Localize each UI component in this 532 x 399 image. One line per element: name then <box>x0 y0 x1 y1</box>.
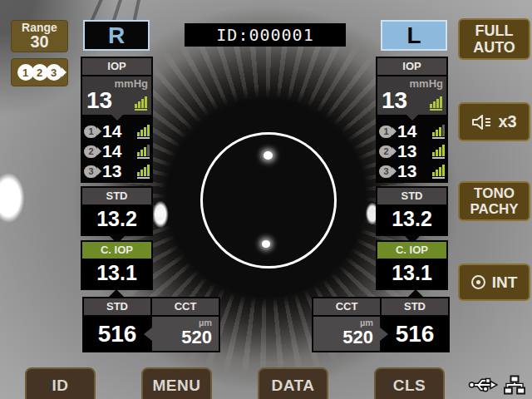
signal-bars-icon <box>137 145 150 159</box>
reading-2-badge: 2 <box>84 145 98 158</box>
iop-reading-row: 2 14 <box>82 141 151 161</box>
target-icon <box>471 275 485 289</box>
iop-reading-row: 3 13 <box>82 161 151 181</box>
cct-std-header: STD <box>382 298 448 315</box>
int-label: INT <box>492 273 518 292</box>
reading-2-badge: 2 <box>379 145 393 158</box>
iop-reading-row: 1 14 <box>82 121 151 141</box>
patient-id-display: ID:000001 <box>185 23 346 47</box>
cct-value-cell: µm 520 <box>152 317 219 351</box>
signal-bars-icon <box>430 96 442 111</box>
ciop-header: C. IOP <box>377 242 446 259</box>
iop-average-value: 13 <box>86 90 112 111</box>
full-auto-button[interactable]: FULL AUTO <box>458 18 530 60</box>
reading-2-value: 14 <box>102 142 137 160</box>
right-eye-ciop-block: C. IOP 13.1 <box>81 240 153 290</box>
full-auto-line2: AUTO <box>473 39 515 56</box>
iop-reading-row: 1 14 <box>377 121 446 141</box>
cct-header: CCT <box>313 298 380 315</box>
left-eye-button[interactable]: L <box>381 20 447 51</box>
iop-header: IOP <box>82 58 151 75</box>
cct-std-header: STD <box>84 298 150 315</box>
signal-bars-icon <box>135 96 147 111</box>
beep-multiplier-label: x3 <box>498 112 516 131</box>
range-value: 30 <box>30 33 48 51</box>
reading-1-value: 14 <box>102 122 137 140</box>
cls-button[interactable]: CLS <box>374 367 445 399</box>
range-button[interactable]: Range 30 <box>11 20 68 52</box>
cct-std-value: 516 <box>84 317 150 351</box>
ciop-value: 13.1 <box>377 259 446 288</box>
measurement-count-button[interactable]: 1 2 3 <box>11 58 68 86</box>
reading-1-badge: 1 <box>379 126 393 138</box>
ciop-header: C. IOP <box>82 242 151 259</box>
lan-icon <box>504 375 525 395</box>
tono-pachy-mode-button[interactable]: TONO PACHY <box>458 181 530 221</box>
cct-header: CCT <box>152 298 219 315</box>
right-eye-cct-panel: STD CCT 516 µm 520 <box>82 297 220 352</box>
id-button[interactable]: ID <box>25 367 96 399</box>
iop-average-readout: mmHg 13 <box>82 76 151 115</box>
data-button[interactable]: DATA <box>258 367 328 399</box>
left-eye-cct-panel: CCT STD µm 520 516 <box>312 297 450 352</box>
int-button[interactable]: INT <box>458 264 530 301</box>
left-eye-iop-panel: IOP mmHg 13 1 14 2 13 3 13 <box>376 57 448 183</box>
range-label: Range <box>22 22 57 34</box>
cct-std-value: 516 <box>382 317 448 351</box>
cct-value: 520 <box>181 327 212 347</box>
reading-3-value: 13 <box>102 162 137 180</box>
signal-bars-icon <box>137 125 150 139</box>
signal-bars-icon <box>432 145 445 159</box>
tonometer-screen: Range 30 1 2 3 R ID:000001 L FULL AUTO x… <box>0 0 532 399</box>
left-eye-ciop-block: C. IOP 13.1 <box>376 240 448 290</box>
speaker-icon <box>471 113 493 131</box>
ciop-value: 13.1 <box>82 259 151 288</box>
right-eye-iop-panel: IOP mmHg 13 1 14 2 14 3 13 <box>81 57 153 183</box>
signal-bars-icon <box>137 165 150 179</box>
reading-1-value: 14 <box>397 122 432 140</box>
std-header: STD <box>82 188 151 204</box>
signal-bars-icon <box>432 125 445 139</box>
reading-3-value: 13 <box>397 162 432 180</box>
iop-reading-row: 2 13 <box>377 141 446 161</box>
mode-line1: TONO <box>474 185 515 201</box>
status-icons <box>468 375 525 395</box>
signal-bars-icon <box>432 165 445 179</box>
std-header: STD <box>377 188 446 204</box>
iop-average-value: 13 <box>382 90 407 111</box>
usb-icon <box>468 377 498 393</box>
cct-value: 520 <box>342 327 373 347</box>
beep-volume-button[interactable]: x3 <box>458 102 530 141</box>
cct-value-cell: µm 520 <box>313 317 380 351</box>
iop-header: IOP <box>377 58 446 75</box>
right-eye-std-block: STD 13.2 <box>81 186 153 236</box>
reading-1-badge: 1 <box>84 126 98 138</box>
alignment-dot-top <box>264 151 273 160</box>
full-auto-line1: FULL <box>475 22 514 39</box>
std-value: 13.2 <box>82 204 151 234</box>
iop-reading-row: 3 13 <box>377 161 446 181</box>
reading-3-badge: 3 <box>379 165 393 178</box>
right-eye-button[interactable]: R <box>83 20 150 51</box>
reading-3-badge: 3 <box>84 165 98 178</box>
reading-2-value: 13 <box>397 142 432 160</box>
menu-button[interactable]: MENU <box>141 367 212 399</box>
mode-line2: PACHY <box>470 201 518 217</box>
step-1-icon: 1 <box>17 64 34 81</box>
std-value: 13.2 <box>377 204 446 234</box>
left-eye-std-block: STD 13.2 <box>376 186 448 236</box>
alignment-dot-bottom <box>262 240 270 248</box>
iop-average-readout: mmHg 13 <box>377 76 446 115</box>
